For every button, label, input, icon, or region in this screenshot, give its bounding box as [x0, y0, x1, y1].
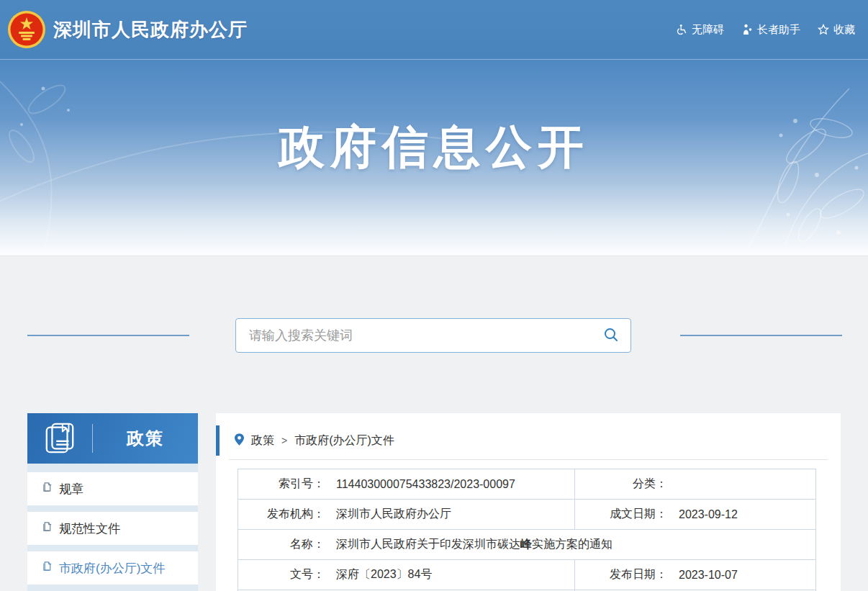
favorite-label: 收藏	[833, 23, 855, 37]
accessibility-icon	[676, 24, 687, 35]
document-icon	[42, 521, 53, 536]
written-date-value: 2023-09-12	[679, 508, 738, 521]
sidebar-item-regulations[interactable]: 规章	[27, 472, 198, 505]
banner: 政府信息公开	[0, 60, 868, 256]
breadcrumb-divider	[229, 459, 828, 460]
table-row: 文号： 深府〔2023〕84号 发布日期： 2023-10-07	[238, 560, 816, 590]
document-info-table: 索引号： 114403000075433823/2023-00097 分类： 发…	[238, 469, 816, 591]
lower-section: 政策 规章	[0, 256, 868, 591]
breadcrumb-accent-bar	[216, 425, 220, 456]
breadcrumb-current[interactable]: 市政府(办公厅)文件	[294, 433, 394, 448]
elder-helper-icon	[741, 24, 753, 35]
table-row: 索引号： 114403000075433823/2023-00097 分类：	[238, 469, 816, 500]
sidebar-title: 政策	[93, 427, 198, 450]
favorite-link[interactable]: 收藏	[818, 23, 855, 37]
content-row: 政策 规章	[0, 413, 868, 591]
top-header: 深圳市人民政府办公厅 无障碍	[0, 0, 868, 60]
document-number-label: 文号：	[238, 567, 325, 582]
elder-helper-label: 长者助手	[757, 23, 800, 37]
category-label: 分类：	[575, 477, 667, 492]
sidebar-item-label: 规范性文件	[59, 520, 120, 537]
search-button[interactable]	[592, 319, 630, 352]
index-number-label: 索引号：	[238, 477, 325, 492]
search-icon	[603, 327, 619, 345]
decorative-line-right	[680, 335, 842, 336]
star-icon	[818, 24, 829, 35]
document-name-value: 深圳市人民政府关于印发深圳市碳达峰实施方案的通知	[336, 537, 612, 552]
document-icon	[42, 561, 53, 575]
breadcrumb-separator: >	[281, 435, 287, 446]
issuing-agency-value: 深圳市人民政府办公厅	[336, 507, 451, 522]
decorative-line-left	[27, 335, 189, 336]
sidebar-item-label: 市政府(办公厅)文件	[59, 560, 165, 577]
book-icon	[27, 422, 92, 455]
table-row: 发布机构： 深圳市人民政府办公厅 成文日期： 2023-09-12	[238, 500, 816, 530]
location-pin-icon	[235, 433, 244, 448]
publish-date-value: 2023-10-07	[679, 569, 738, 582]
site-title: 深圳市人民政府办公厅	[53, 17, 248, 42]
sidebar-item-municipal-government-documents[interactable]: 市政府(办公厅)文件	[27, 551, 198, 585]
page-title: 政府信息公开	[0, 60, 868, 179]
index-number-value: 114403000075433823/2023-00097	[336, 478, 515, 491]
document-name-label: 名称：	[238, 537, 325, 552]
sidebar-item-normative-documents[interactable]: 规范性文件	[27, 512, 198, 545]
search-input[interactable]	[236, 328, 592, 343]
main-content: 政策 > 市政府(办公厅)文件 索引号： 114403000075433823/…	[216, 413, 841, 591]
sidebar: 政策 规章	[27, 413, 198, 591]
table-row: 名称： 深圳市人民政府关于印发深圳市碳达峰实施方案的通知	[238, 530, 816, 560]
document-icon	[42, 482, 53, 496]
sidebar-item-label: 规章	[59, 481, 83, 497]
sidebar-header: 政策	[27, 413, 198, 464]
publish-date-label: 发布日期：	[575, 567, 667, 582]
sidebar-list: 规章 规范性文件	[27, 464, 198, 591]
highlighted-keyword: 峰	[520, 538, 532, 550]
document-number-value: 深府〔2023〕84号	[336, 567, 432, 582]
search-box	[235, 318, 631, 353]
issuing-agency-label: 发布机构：	[238, 507, 325, 522]
accessibility-label: 无障碍	[692, 23, 724, 37]
national-emblem-logo	[7, 10, 46, 49]
written-date-label: 成文日期：	[575, 507, 667, 522]
search-row	[0, 318, 868, 353]
elder-helper-link[interactable]: 长者助手	[741, 23, 800, 37]
page: 深圳市人民政府办公厅 无障碍	[0, 0, 868, 591]
breadcrumb: 政策 > 市政府(办公厅)文件	[216, 428, 841, 454]
top-links: 无障碍 长者助手 收藏	[676, 23, 855, 37]
breadcrumb-policy[interactable]: 政策	[251, 433, 274, 448]
accessibility-link[interactable]: 无障碍	[676, 23, 724, 37]
